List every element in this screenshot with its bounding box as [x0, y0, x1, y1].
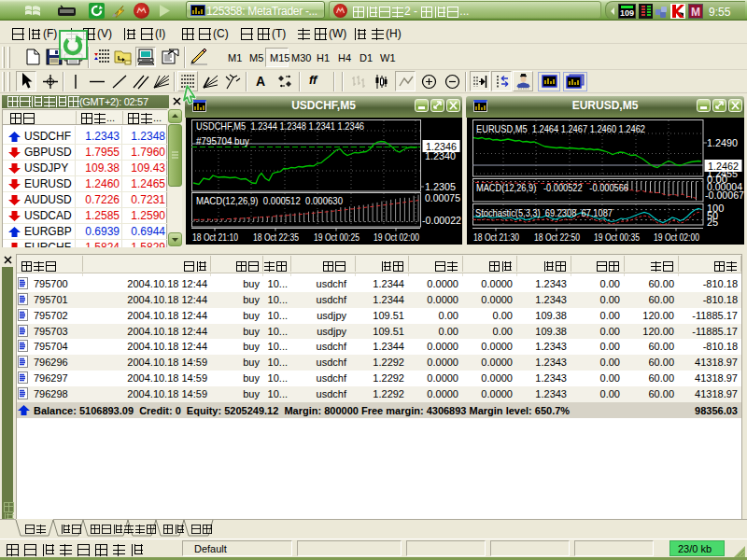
svg-text:1.2340: 1.2340: [425, 150, 456, 161]
svg-text:-0.00067: -0.00067: [705, 189, 744, 201]
svg-text:19 Oct 00:35: 19 Oct 00:35: [594, 231, 640, 243]
svg-text:Stochastic(5,3,3) 69.2308 67: Stochastic(5,3,3) 69.2308 67.1087: [475, 207, 613, 218]
svg-text:-0.00022: -0.00022: [422, 215, 461, 226]
svg-text:18 Oct 22:50: 18 Oct 22:50: [534, 231, 580, 243]
svg-text:USDCHF,M5 1.2344 1.2348 1.234: USDCHF,M5 1.2344 1.2348 1.2341 1.2346: [196, 120, 364, 132]
svg-text:1.2490: 1.2490: [707, 137, 738, 148]
svg-text:0.00075: 0.00075: [425, 192, 460, 203]
svg-text:18 Oct 21:10: 18 Oct 21:10: [192, 231, 238, 243]
svg-text:EURUSD,M5 1.2464 1.2467 1.246: EURUSD,M5 1.2464 1.2467 1.2460 1.2462: [476, 123, 645, 134]
svg-text:18 Oct 21:30: 18 Oct 21:30: [473, 231, 519, 243]
svg-text:#795704 buy: #795704 buy: [196, 135, 249, 147]
svg-text:1.2305: 1.2305: [425, 181, 456, 192]
svg-text:18 Oct 22:35: 18 Oct 22:35: [253, 231, 299, 243]
svg-text:25: 25: [707, 217, 718, 228]
svg-text:19 Oct 02:00: 19 Oct 02:00: [654, 231, 699, 243]
svg-text:MACD(12,26,9) 0.000512 0.000: MACD(12,26,9) 0.000512 0.000630: [196, 195, 343, 206]
svg-text:19 Oct 02:00: 19 Oct 02:00: [374, 231, 419, 243]
svg-text:MACD(12,26,9) -0.000522 -0: MACD(12,26,9) -0.000522 -0.000566: [476, 182, 628, 193]
svg-text:19 Oct 00:25: 19 Oct 00:25: [314, 231, 359, 243]
